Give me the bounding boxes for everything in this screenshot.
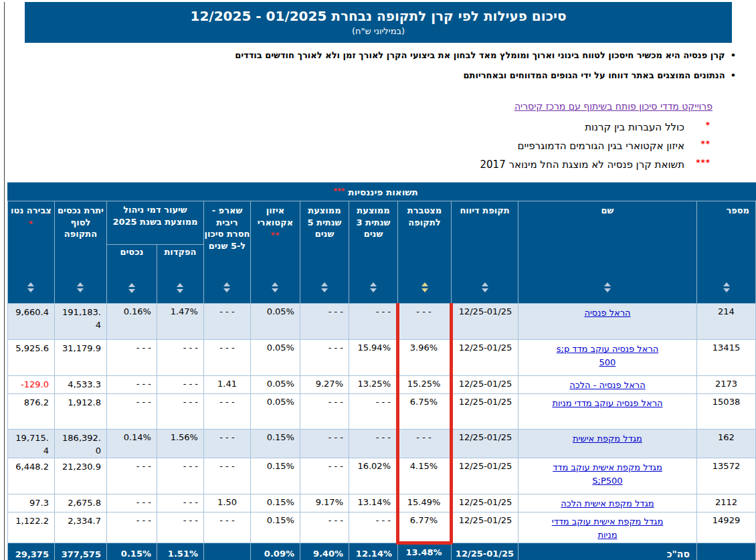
column-header-sharpe: שארפ - ריבית חסרת סיכון ל-5 שנים xyxy=(203,201,250,304)
bullet-note: • קרן פנסיה היא מכשיר חיסכון לטווח בינונ… xyxy=(0,50,736,61)
fund-name-cell: הראל פנסיה xyxy=(518,304,697,340)
sort-arrows-icon[interactable] xyxy=(482,282,488,292)
fund-name-link[interactable]: מגדל מקפת אישית xyxy=(573,432,642,446)
sort-arrows-icon[interactable] xyxy=(370,282,377,292)
group-spacer xyxy=(518,183,697,201)
sort-arrows-icon[interactable] xyxy=(421,282,428,292)
actuarial-cell: 0.15% xyxy=(250,458,300,494)
column-header-management-fees-group: שיעור דמי ניהול ממוצעת בשנת 2025 xyxy=(106,201,203,245)
net-accumulation-cell: -129.0 xyxy=(7,376,54,394)
sort-arrows-icon[interactable] xyxy=(223,282,230,292)
group-spacer xyxy=(54,183,106,201)
footnote: * כולל העברות בין קרנות xyxy=(0,121,711,133)
net-accumulation-cell: 9,660.4 xyxy=(7,304,54,340)
avg-3y-cell: - - - xyxy=(349,430,398,458)
sharpe-cell: - - - xyxy=(203,304,250,340)
funds-table: תשואות פיננסיות *** מספר שם xyxy=(7,182,756,560)
fund-number: 13415 xyxy=(697,340,756,376)
risk-project-link-row: פרוייקט מדדי סיכון פותח בשיתוף עם מרכז ק… xyxy=(0,101,713,112)
totals-assets-balance: 377,575.0 xyxy=(54,543,106,560)
fund-name-link[interactable]: הראל פנסיה - הלכה xyxy=(569,379,645,392)
group-spacer xyxy=(106,183,203,201)
totals-avg-5y: 9.40% xyxy=(300,543,349,560)
assets-balance-cell: 2,334.7 xyxy=(54,512,106,543)
sort-arrows-icon[interactable] xyxy=(723,282,730,292)
sort-arrows-icon[interactable] xyxy=(321,282,328,292)
totals-period: 12/25-01/25 xyxy=(452,543,518,560)
assets-balance-cell: 186,392.0 xyxy=(54,430,106,458)
notes-bullets: • קרן פנסיה היא מכשיר חיסכון לטווח בינונ… xyxy=(0,50,736,80)
fee-deposits-cell: - - - xyxy=(157,512,203,543)
report-period-cell: 12/25-01/25 xyxy=(452,376,518,394)
group-header-row: תשואות פיננסיות *** xyxy=(7,183,755,201)
fund-name-link[interactable]: הראל פנסיה עוקב מדדי מניות xyxy=(553,397,663,410)
actuarial-cell: 0.15% xyxy=(250,512,300,543)
table-row: 2173 הראל פנסיה - הלכה 12/25-01/25 15.25… xyxy=(7,376,755,394)
cumulative-return-cell: 15.25% xyxy=(398,376,452,394)
sort-arrows-icon[interactable] xyxy=(27,282,34,292)
fund-number: 15038 xyxy=(697,394,756,430)
column-header-fee-assets: נכסים xyxy=(106,245,157,304)
assets-balance-cell: 31,179.9 xyxy=(54,340,106,376)
net-accumulation-cell: 876.2 xyxy=(7,394,54,430)
avg-5y-cell: 9.17% xyxy=(300,494,349,512)
sort-arrows-icon[interactable] xyxy=(128,283,135,293)
fee-assets-cell: - - - xyxy=(106,376,157,394)
column-header-number: מספר xyxy=(697,201,756,304)
group-spacer xyxy=(697,183,756,201)
column-header-report-period: תקופת דיווח xyxy=(452,201,518,304)
avg-5y-cell: - - - xyxy=(300,512,349,543)
avg-3y-cell: 16.02% xyxy=(349,458,398,494)
sort-arrows-icon[interactable] xyxy=(177,283,183,293)
avg-3y-cell: - - - xyxy=(349,512,398,543)
cumulative-return-cell: - - - xyxy=(398,430,452,458)
sort-arrows-icon[interactable] xyxy=(604,282,611,292)
report-period-cell: 12/25-01/25 xyxy=(452,494,518,512)
net-accumulation-cell: 1,122.2 xyxy=(7,512,54,543)
fund-name-link[interactable]: הראל פנסיה xyxy=(584,306,630,320)
footnote-marker: * xyxy=(29,219,33,228)
fund-name-link[interactable]: הראל פנסיה עוקב מדד s;p 500 xyxy=(551,343,664,369)
page-title-banner: סיכום פעילות לפי קרן לתקופה נבחרת 01/202… xyxy=(25,2,732,43)
assets-balance-cell: 2,675.8 xyxy=(54,494,106,512)
risk-project-link[interactable]: פרוייקט מדדי סיכון פותח בשיתוף עם מרכז ק… xyxy=(514,101,713,112)
column-header-avg-5y: ממוצעת שנתית 5 שנים xyxy=(300,201,349,304)
table-row: 13415 הראל פנסיה עוקב מדד s;p 500 12/25-… xyxy=(7,340,755,376)
avg-3y-cell: - - - xyxy=(349,304,398,340)
fund-name-link[interactable]: מגדל מקפת אישית עוקב מדדי מניות xyxy=(551,515,664,542)
sort-arrows-icon[interactable] xyxy=(272,282,278,292)
sharpe-cell: - - - xyxy=(203,512,250,543)
totals-net-accumulation: 29,375.3 xyxy=(7,543,54,560)
avg-5y-cell: 9.27% xyxy=(300,376,349,394)
actuarial-cell: 0.05% xyxy=(250,304,300,340)
fund-number: 2112 xyxy=(697,494,756,512)
actuarial-cell: 0.05% xyxy=(250,340,300,376)
fund-name-link[interactable]: מגדל מקפת אישית הלכה xyxy=(561,497,654,510)
sort-arrows-icon[interactable] xyxy=(77,282,84,292)
cumulative-return-cell: 3.96% xyxy=(398,340,452,376)
cumulative-return-cell: 15.49% xyxy=(398,494,452,512)
sharpe-cell: - - - xyxy=(203,458,250,494)
fund-name-link[interactable]: מגדל מקפת אישית עוקב מדד S;P500 xyxy=(551,461,664,488)
fee-deposits-cell: - - - xyxy=(157,394,203,430)
fund-number: 2173 xyxy=(697,376,756,394)
footnotes: * כולל העברות בין קרנות ** איזון אקטוארי… xyxy=(0,121,711,171)
report-period-cell: 12/25-01/25 xyxy=(452,430,518,458)
table-row: 14929 מגדל מקפת אישית עוקב מדדי מניות 12… xyxy=(7,512,755,543)
actuarial-cell: 0.15% xyxy=(250,430,300,458)
footnote-marker: ** xyxy=(693,139,711,149)
totals-sharpe-empty xyxy=(203,543,250,560)
totals-fee-assets: 0.15% xyxy=(106,543,157,560)
table-row: 13572 מגדל מקפת אישית עוקב מדד S;P500 12… xyxy=(7,458,755,494)
avg-5y-cell: - - - xyxy=(300,304,349,340)
fee-assets-cell: 0.14% xyxy=(106,430,157,458)
bullet-text: קרן פנסיה היא מכשיר חיסכון לטווח בינוני … xyxy=(235,50,725,60)
bullet-icon: • xyxy=(731,70,736,81)
fund-name-cell: הראל פנסיה - הלכה xyxy=(518,376,697,394)
footnote-text: תשואת קרן פנסיה לא מוצגת החל מינואר 2017 xyxy=(480,159,685,171)
page-title: סיכום פעילות לפי קרן לתקופה נבחרת 01/202… xyxy=(29,8,728,24)
cumulative-return-cell: 6.75% xyxy=(398,394,452,430)
net-accumulation-cell: 19,715.4 xyxy=(7,430,54,458)
group-spacer xyxy=(452,183,518,201)
avg-3y-cell: - - - xyxy=(349,394,398,430)
